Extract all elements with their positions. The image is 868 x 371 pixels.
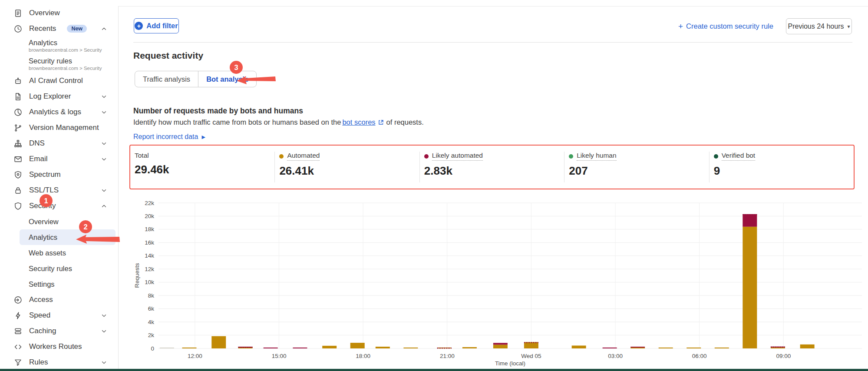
stat-label[interactable]: Verified bot	[714, 152, 756, 161]
chart-title: Number of requests made by bots and huma…	[133, 106, 303, 116]
svg-text:16k: 16k	[145, 239, 154, 246]
dns-icon	[13, 139, 23, 148]
report-incorrect-data-link[interactable]: Report incorrect data ▶	[133, 133, 205, 141]
analytics-logs-icon	[13, 107, 23, 117]
bot-scores-link[interactable]: bot scores	[342, 118, 375, 126]
sidebar-item-workers-routes[interactable]: Workers Routes	[0, 339, 118, 354]
sidebar-subitem-label: Settings	[29, 280, 55, 288]
annotation-step-3-badge: 3	[230, 61, 243, 74]
chart-description: Identify how much traffic came from bots…	[133, 118, 424, 126]
svg-text:03:00: 03:00	[608, 353, 623, 359]
chevron-down-icon[interactable]	[100, 140, 108, 147]
time-range-dropdown[interactable]: Previous 24 hours ▾	[786, 18, 852, 34]
sidebar-subitem-label: Overview	[29, 218, 59, 226]
sidebar-item-label: Log Explorer	[29, 92, 71, 101]
sidebar-item-label: Analytics & logs	[29, 108, 81, 116]
ssl-icon	[13, 186, 23, 195]
stat-value: 29.46k	[135, 163, 274, 176]
sidebar-subitem-overview[interactable]: Overview	[20, 214, 116, 229]
sidebar-item-access[interactable]: Access	[0, 292, 118, 308]
stat-label[interactable]: Likely automated	[424, 152, 483, 161]
create-custom-security-rule-link[interactable]: + Create custom security rule	[678, 22, 773, 30]
sidebar-item-security[interactable]: Security	[0, 198, 118, 214]
sidebar-item-spectrum[interactable]: Spectrum	[0, 167, 118, 182]
add-filter-button[interactable]: + Add filter	[134, 18, 179, 33]
stat-value: 207	[569, 164, 709, 178]
svg-text:Requests: Requests	[134, 263, 140, 288]
stat-likely-human: Likely human 207	[564, 152, 709, 182]
stat-likely-automated: Likely automated 2.83k	[419, 152, 564, 182]
chevron-down-icon[interactable]	[100, 187, 108, 194]
chevron-down-icon[interactable]	[100, 312, 108, 319]
ai-crawl-icon	[13, 76, 23, 86]
sidebar-item-speed[interactable]: Speed	[0, 308, 118, 323]
stat-label[interactable]: Likely human	[569, 152, 616, 161]
email-icon	[13, 154, 23, 164]
chevron-down-icon[interactable]	[100, 156, 108, 163]
sidebar-recent-security-rules[interactable]: Security rules brownbearcentral.com > Se…	[0, 55, 118, 73]
time-range-label: Previous 24 hours	[788, 23, 844, 30]
svg-text:4k: 4k	[148, 319, 155, 325]
chevron-down-icon[interactable]	[100, 359, 108, 366]
sidebar-item-ssl-tls[interactable]: SSL/TLS	[0, 182, 118, 198]
chevron-up-icon[interactable]	[100, 202, 108, 210]
add-filter-label: Add filter	[146, 22, 178, 30]
security-analytics-page: OverviewRecentsNewAnalytics brownbearcen…	[0, 0, 868, 371]
page-title: Request activity	[133, 50, 203, 61]
chevron-down-icon[interactable]	[100, 93, 108, 100]
access-icon	[13, 295, 23, 305]
requests-bar-chart: 02k4k6k8k10k12k14k16k18k20k22k12:0015:00…	[118, 195, 868, 367]
svg-text:09:00: 09:00	[776, 353, 791, 359]
create-rule-label: Create custom security rule	[686, 22, 773, 30]
new-badge: New	[67, 25, 87, 33]
svg-text:20k: 20k	[145, 213, 154, 219]
sidebar-item-email[interactable]: Email	[0, 151, 118, 167]
tab-traffic-analysis[interactable]: Traffic analysis	[135, 71, 198, 87]
svg-text:12k: 12k	[145, 266, 154, 272]
sidebar-recent-analytics[interactable]: Analytics brownbearcentral.com > Securit…	[0, 36, 118, 55]
recent-item-breadcrumb: brownbearcentral.com > Security	[29, 47, 118, 53]
verified-bot-legend-dot	[714, 154, 718, 159]
sidebar-item-label: Rules	[29, 358, 48, 367]
sidebar-subitem-settings[interactable]: Settings	[20, 276, 116, 292]
svg-text:Time (local): Time (local)	[495, 360, 525, 367]
stat-value: 9	[714, 164, 854, 178]
sidebar-item-version-management[interactable]: Version Management	[0, 120, 118, 136]
chevron-up-icon[interactable]	[100, 25, 108, 33]
sidebar-subitem-label: Analytics	[29, 233, 57, 242]
version-icon	[13, 123, 23, 132]
svg-text:15:00: 15:00	[272, 353, 287, 359]
sidebar-item-dns[interactable]: DNS	[0, 136, 118, 151]
annotation-arrow-2	[75, 233, 120, 246]
sidebar-item-overview[interactable]: Overview	[0, 5, 118, 21]
annotation-step-1-badge: 1	[40, 194, 53, 207]
sidebar-subitem-label: Web assets	[29, 249, 66, 257]
sidebar-item-label: Access	[29, 295, 53, 304]
likely-automated-legend-dot	[424, 154, 429, 159]
stat-label: Total	[135, 152, 149, 159]
chevron-down-icon[interactable]	[100, 328, 108, 335]
sidebar-item-rules[interactable]: Rules	[0, 354, 118, 370]
stat-value: 2.83k	[424, 164, 564, 178]
overview-icon	[13, 8, 23, 18]
sidebar: OverviewRecentsNewAnalytics brownbearcen…	[0, 0, 118, 369]
sidebar-item-analytics-logs[interactable]: Analytics & logs	[0, 104, 118, 120]
stat-verified-bot: Verified bot 9	[709, 152, 854, 182]
sidebar-item-label: Caching	[29, 327, 56, 335]
svg-text:06:00: 06:00	[692, 353, 707, 359]
sidebar-item-ai-crawl-control[interactable]: AI Crawl Control	[0, 73, 118, 89]
workers-icon	[13, 342, 23, 351]
chevron-down-icon[interactable]	[100, 109, 108, 116]
stat-label[interactable]: Automated	[279, 152, 320, 161]
sidebar-item-label: Spectrum	[29, 170, 61, 179]
sidebar-subitem-label: Security rules	[29, 265, 72, 273]
sidebar-subitem-web-assets[interactable]: Web assets	[20, 245, 116, 261]
sidebar-subitem-security-rules[interactable]: Security rules	[20, 261, 116, 276]
sidebar-item-log-explorer[interactable]: Log Explorer	[0, 89, 118, 104]
sidebar-item-recents[interactable]: RecentsNew	[0, 21, 118, 36]
stat-automated: Automated 26.41k	[274, 152, 419, 182]
sidebar-item-label: Version Management	[29, 123, 99, 132]
sidebar-item-caching[interactable]: Caching	[0, 323, 118, 339]
sidebar-item-label: Speed	[29, 311, 50, 320]
annotation-arrow-3	[235, 74, 277, 85]
